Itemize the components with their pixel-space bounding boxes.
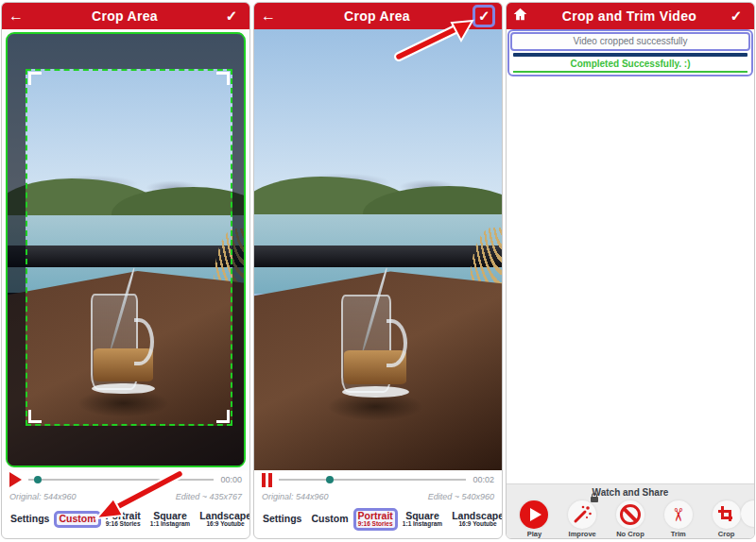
improve-action-button[interactable]: Improve [560,500,604,538]
confirm-check-icon[interactable]: ✓ [472,5,495,27]
confirm-check-icon[interactable]: ✓ [725,8,747,25]
status-message: Completed Successfully. :) [513,58,747,73]
page-title: Crop Area [33,8,216,24]
video-preview-area [2,29,249,470]
crop-handle-top-right[interactable] [216,72,230,85]
scissors-icon: ✂ [664,500,693,529]
crop-selection-box[interactable] [26,69,232,425]
tab-custom[interactable]: Custom [54,511,100,527]
aspect-ratio-tabs: Settings Custom Portrait 9:16 Stories Sq… [2,503,249,538]
tab-portrait[interactable]: Portrait 9:16 Stories [353,508,398,531]
header-bar: ← Crop Area ✓ [254,3,502,29]
no-crop-icon [616,500,644,529]
player-row: 00:02 [254,470,502,489]
header-bar: Crop and Trim Video ✓ [507,3,754,29]
size-info-row: Original: 544x960 Edited ~ 540x960 [254,489,502,503]
time-label: 00:00 [220,475,242,484]
watch-and-share-bar: Watch and Share Play [507,483,754,538]
tab-square[interactable]: Square 1:1 Instagram [146,508,195,531]
magic-wand-icon [568,500,596,529]
size-info-row: Original: 544x960 Edited ~ 435x767 [2,489,249,503]
edited-size-label: Edited ~ 540x960 [428,492,494,501]
tab-landscape[interactable]: Landscape 16:9 Youtube [447,508,503,531]
no-crop-action-button[interactable]: No Crop [609,500,652,538]
page-title: Crop and Trim Video [538,8,721,24]
crop-handle-top-left[interactable] [28,72,42,85]
video-frame [6,32,246,467]
tab-custom[interactable]: Custom [306,511,352,527]
play-action-button[interactable]: Play [512,500,556,538]
seek-knob[interactable] [34,476,42,483]
video-scene [254,29,502,470]
play-icon [520,500,548,529]
scene-mug-base [342,386,408,398]
page-title: Crop Area [285,8,469,24]
pause-button[interactable] [262,473,272,487]
tab-landscape[interactable]: Landscape 16:9 Youtube [195,508,250,531]
tab-square[interactable]: Square 1:1 Instagram [398,508,447,531]
aspect-ratio-tabs: Settings Custom Portrait 9:16 Stories Sq… [254,503,502,538]
seek-knob[interactable] [326,476,334,483]
edited-size-label: Edited ~ 435x767 [176,492,242,501]
dim-overlay [8,426,244,466]
time-label: 00:02 [472,475,494,484]
success-message-group: Video cropped successfully Completed Suc… [507,29,753,76]
scene-railing [254,246,502,267]
home-icon[interactable] [513,8,534,25]
lock-icon [591,497,598,502]
scene-glass-mug [341,285,410,399]
dim-overlay [8,34,244,69]
crop-handle-bottom-right[interactable] [216,410,230,423]
confirm-check-icon[interactable]: ✓ [220,8,243,25]
share-bar-title: Watch and Share [507,484,754,498]
screen-crop-area-custom: ← Crop Area ✓ [1,2,250,539]
trim-action-button[interactable]: ✂ Trim [657,500,700,538]
tab-settings[interactable]: Settings [258,511,306,527]
divider [513,53,747,57]
crop-handle-bottom-left[interactable] [28,410,42,423]
toast-message: Video cropped successfully [510,32,750,51]
dim-overlay [232,69,244,425]
player-row: 00:00 [2,470,249,489]
crop-icon [713,500,741,529]
play-button[interactable] [9,472,22,487]
header-bar: ← Crop Area ✓ [2,3,249,29]
tab-settings[interactable]: Settings [6,511,54,527]
original-size-label: Original: 544x960 [262,492,329,501]
seek-bar[interactable] [279,479,466,481]
original-size-label: Original: 544x960 [9,492,77,501]
tab-portrait[interactable]: Portrait 9:16 Stories [101,508,146,531]
video-frame [254,29,502,470]
video-preview-area [254,29,502,470]
back-arrow-icon[interactable]: ← [261,8,282,25]
back-arrow-icon[interactable]: ← [9,8,29,25]
screen-crop-area-portrait: ← Crop Area ✓ [253,2,503,539]
action-buttons-row: Play Improve [507,498,754,538]
dim-overlay [8,69,26,425]
seek-bar[interactable] [28,479,214,481]
screenshot-triptych: ← Crop Area ✓ [0,0,756,542]
screen-crop-and-trim: Crop and Trim Video ✓ Video cropped succ… [506,2,755,539]
empty-content-area [507,76,754,483]
